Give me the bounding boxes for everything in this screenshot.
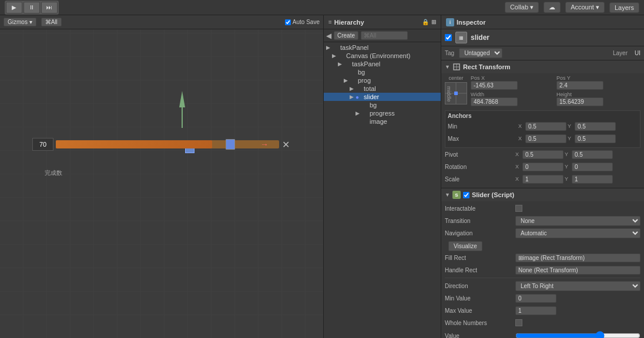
all-button[interactable]: ⌘All — [41, 18, 62, 26]
scene-panel: Gizmos ▾ ⌘All Auto Save 70 → — [0, 15, 324, 338]
hierarchy-content: ▶ taskPanel ▶ Canvas (Environment) ▶ tas… — [324, 42, 441, 338]
section-collapse-arrow: ▼ — [445, 64, 450, 70]
pivot-x-field[interactable] — [522, 150, 564, 159]
object-header: ▦ slider — [441, 29, 644, 46]
scale-x-field[interactable] — [522, 175, 564, 184]
anchor-max-x-field[interactable] — [525, 134, 566, 143]
collab-button[interactable]: Collab ▾ — [505, 2, 539, 13]
rotation-x-field[interactable] — [522, 163, 564, 171]
rotation-value: X Y — [515, 163, 640, 171]
rotation-row: Rotation X Y — [445, 161, 640, 172]
h-arrow: ▶ — [350, 94, 355, 100]
max-value-field[interactable] — [515, 306, 556, 315]
height-group: Height — [556, 92, 640, 106]
interactable-value — [515, 205, 640, 212]
h-icon: ● — [355, 94, 364, 100]
max-value-row: Max Value — [445, 305, 640, 316]
hierarchy-item-total[interactable]: ▶ total — [324, 84, 441, 93]
hierarchy-item-bg[interactable]: bg — [324, 68, 441, 76]
slider-sublabel: 完成数 — [45, 169, 62, 177]
anchor-max-y-field[interactable] — [575, 134, 616, 143]
whole-numbers-checkbox[interactable] — [515, 319, 522, 326]
hierarchy-item-slider-bg[interactable]: bg — [324, 101, 441, 109]
value-field-group — [515, 330, 640, 338]
hierarchy-panel: ≡ Hierarchy 🔒 ⊞ ◀ Create ▶ taskPanel ▶ C… — [324, 15, 441, 338]
hierarchy-item-progress[interactable]: ▶ progress — [324, 109, 441, 117]
pos-y-field[interactable] — [556, 81, 603, 90]
transition-select[interactable]: None — [515, 216, 640, 226]
slider-cross: ✕ — [282, 139, 290, 150]
transition-row: Transition None — [445, 215, 640, 226]
fill-rect-row: Fill Rect ⊞image (Rect Transform) — [445, 252, 640, 263]
slider-arrow-right: → — [260, 140, 269, 149]
section-collapse-arrow: ▼ — [445, 192, 450, 198]
fill-rect-field[interactable]: ⊞image (Rect Transform) — [515, 254, 640, 262]
slider-script-icon: S — [452, 191, 461, 199]
gizmos-button[interactable]: Gizmos ▾ — [4, 18, 36, 26]
interactable-row: Interactable — [445, 203, 640, 214]
hierarchy-item-prog[interactable]: ▶ prog — [324, 76, 441, 84]
create-button[interactable]: Create — [334, 31, 358, 40]
rect-transform-header[interactable]: ▼ Rect Transform — [441, 60, 644, 73]
hierarchy-arrow-left[interactable]: ◀ — [326, 32, 331, 40]
scene-arrow-up — [179, 91, 185, 128]
h-arrow: ▶ — [344, 77, 350, 83]
h-arrow: ▶ — [338, 61, 344, 67]
hierarchy-search[interactable] — [361, 31, 408, 40]
slider-script-section: ▼ S Slider (Script) Interactable Transit… — [441, 188, 644, 338]
anchors-subsection: Anchors Min X Y Max X — [445, 110, 640, 148]
min-value-field[interactable] — [515, 294, 556, 303]
scale-y-field[interactable] — [572, 175, 613, 184]
pivot-row: Pivot X Y — [445, 149, 640, 160]
anchor-min-value: X Y — [518, 122, 638, 131]
hierarchy-item-taskpanel2[interactable]: ▶ taskPanel — [324, 60, 441, 68]
pos-x-field[interactable] — [471, 81, 518, 90]
anchor-max-value: X Y — [518, 134, 638, 143]
interactable-checkbox[interactable] — [515, 205, 522, 212]
object-active-checkbox[interactable] — [445, 34, 452, 41]
account-button[interactable]: Account ▾ — [565, 2, 605, 13]
step-button[interactable]: ⏭ — [41, 2, 58, 13]
direction-select[interactable]: Left To Right — [515, 281, 640, 291]
pivot-y-field[interactable] — [572, 150, 613, 159]
center-label: center — [448, 75, 463, 81]
middle-label: middle — [446, 86, 452, 102]
direction-row: Direction Left To Right — [445, 280, 640, 291]
value-slider[interactable] — [515, 330, 640, 338]
top-bar-left: ▶ ⏸ ⏭ — [5, 1, 59, 15]
hierarchy-item-canvas[interactable]: ▶ Canvas (Environment) — [324, 52, 441, 60]
visualize-button[interactable]: Visualize — [448, 241, 482, 251]
pause-button[interactable]: ⏸ — [24, 2, 40, 13]
slider-script-header[interactable]: ▼ S Slider (Script) — [441, 188, 644, 201]
anchor-min-x-field[interactable] — [525, 122, 566, 131]
cloud-button[interactable]: ☁ — [544, 2, 561, 13]
h-arrow: ▶ — [326, 45, 332, 50]
slider-script-content: Interactable Transition None — [441, 201, 644, 338]
value-row: Value — [445, 330, 640, 338]
whole-numbers-value — [515, 319, 640, 326]
slider-object: 70 → ✕ — [32, 138, 279, 151]
width-field[interactable] — [471, 97, 518, 106]
navigation-select[interactable]: Automatic — [515, 228, 640, 238]
tag-select[interactable]: Untagged — [459, 48, 502, 58]
rotation-y-field[interactable] — [572, 163, 613, 171]
hierarchy-header: ≡ Hierarchy 🔒 ⊞ — [324, 15, 441, 29]
hierarchy-item-taskpanel-root[interactable]: ▶ taskPanel — [324, 43, 441, 52]
anchor-min-y-field[interactable] — [575, 122, 616, 131]
pivot-value: X Y — [515, 150, 640, 159]
slider-script-enable-checkbox[interactable] — [463, 192, 469, 198]
play-button[interactable]: ▶ — [6, 2, 22, 13]
slider-label: 70 — [32, 138, 53, 151]
hierarchy-item-image[interactable]: image — [324, 117, 441, 126]
hierarchy-item-slider[interactable]: ▶ ● slider — [324, 93, 441, 101]
direction-value: Left To Right — [515, 281, 640, 291]
scene-canvas[interactable]: 70 → ✕ 完成数 — [0, 29, 323, 338]
auto-save-checkbox[interactable] — [285, 19, 291, 25]
slider-handle — [226, 139, 235, 150]
layers-button[interactable]: Layers — [609, 2, 639, 13]
scale-row: Scale X Y — [445, 174, 640, 184]
max-value-field-group — [515, 306, 640, 315]
handle-rect-field[interactable]: None (Rect Transform) — [515, 266, 640, 275]
play-controls: ▶ ⏸ ⏭ — [5, 1, 59, 15]
height-field[interactable] — [556, 97, 603, 106]
